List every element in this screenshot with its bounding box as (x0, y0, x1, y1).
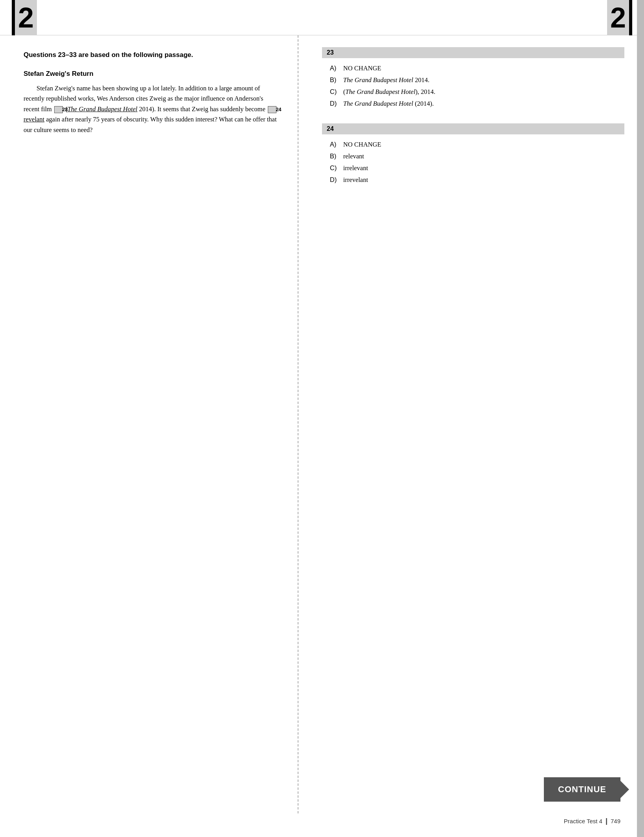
underlined-word: revelant (24, 116, 44, 123)
header-left: 2 (0, 0, 322, 35)
passage-intro: Questions 23–33 are based on the followi… (24, 51, 278, 59)
answer-text-24-d: irrevelant (343, 176, 368, 184)
scrollbar[interactable] (637, 0, 644, 837)
answer-options-23: A) NO CHANGE B) The Grand Budapest Hotel… (330, 64, 624, 108)
passage-column: Questions 23–33 are based on the followi… (0, 35, 298, 813)
answer-text-23-d: The Grand Budapest Hotel (2014). (343, 100, 434, 108)
letter-24-b: B) (330, 152, 338, 160)
section-number-left: 2 (15, 0, 37, 35)
continue-area: CONTINUE (544, 777, 620, 802)
answer-24-c[interactable]: C) irrelevant (330, 164, 624, 172)
section-number-right: 2 (607, 0, 629, 35)
question-header-23: 23 (322, 47, 624, 58)
letter-24-d: D) (330, 176, 338, 184)
answer-23-a[interactable]: A) NO CHANGE (330, 64, 624, 72)
answer-options-24: A) NO CHANGE B) relevant C) irrelevant D… (330, 141, 624, 184)
letter-24-c: C) (330, 164, 338, 172)
header: 2 2 (0, 0, 644, 35)
section-badge-left: 2 (12, 0, 37, 35)
answer-text-23-c: (The Grand Budapest Hotel), 2014. (343, 88, 435, 96)
letter-24-a: A) (330, 141, 338, 148)
answer-23-b[interactable]: B) The Grand Budapest Hotel 2014. (330, 76, 624, 84)
letter-23-d: D) (330, 100, 338, 107)
footer-divider: | (606, 817, 607, 825)
answer-23-c[interactable]: C) (The Grand Budapest Hotel), 2014. (330, 88, 624, 96)
answer-24-b[interactable]: B) relevant (330, 152, 624, 160)
answer-23-d[interactable]: D) The Grand Budapest Hotel (2014). (330, 100, 624, 108)
continue-button[interactable]: CONTINUE (544, 777, 620, 802)
passage-title: Stefan Zweig's Return (24, 70, 278, 78)
answer-24-d[interactable]: D) irrevelant (330, 176, 624, 184)
left-bar (12, 0, 15, 35)
section-badge-right: 2 (607, 0, 632, 35)
question-header-24: 24 (322, 123, 624, 134)
footer: Practice Test 4 | 749 (564, 817, 620, 825)
question-block-23: 23 A) NO CHANGE B) The Grand Budapest Ho… (322, 47, 624, 108)
letter-23-a: A) (330, 64, 338, 72)
answer-text-24-a: NO CHANGE (343, 141, 381, 149)
question-marker-24: 24 (268, 106, 276, 113)
answer-text-24-b: relevant (343, 152, 364, 160)
letter-23-c: C) (330, 88, 338, 95)
question-number-23: 23 (327, 49, 334, 56)
question-number-24: 24 (327, 125, 334, 132)
answer-text-24-c: irrelevant (343, 164, 368, 172)
content-area: Questions 23–33 are based on the followi… (0, 35, 644, 813)
footer-page-number: 749 (611, 818, 620, 824)
answer-text-23-b: The Grand Budapest Hotel 2014. (343, 76, 430, 84)
footer-label: Practice Test 4 (564, 818, 602, 824)
answer-24-a[interactable]: A) NO CHANGE (330, 141, 624, 149)
questions-column: 23 A) NO CHANGE B) The Grand Budapest Ho… (298, 35, 644, 813)
answer-text-23-a: NO CHANGE (343, 64, 381, 72)
film-title-inline: The Grand Budapest Hotel (68, 105, 137, 113)
question-block-24: 24 A) NO CHANGE B) relevant C) irrelevan… (322, 123, 624, 184)
question-marker-23: 23 (54, 106, 63, 113)
passage-paragraph: Stefan Zweig's name has been showing up … (24, 83, 278, 135)
letter-23-b: B) (330, 76, 338, 84)
header-right: 2 (322, 0, 644, 35)
right-bar (629, 0, 632, 35)
passage-body: Stefan Zweig's name has been showing up … (24, 83, 278, 135)
